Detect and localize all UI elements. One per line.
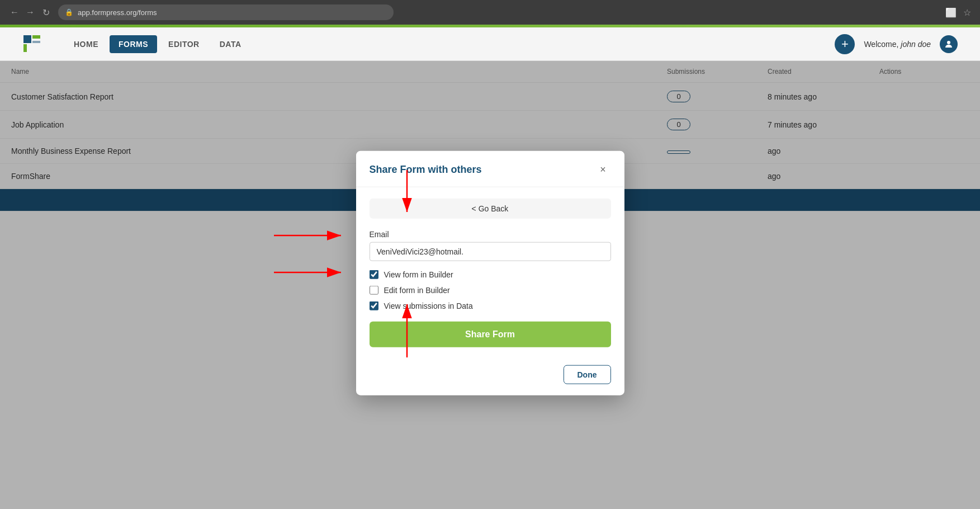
welcome-text: Welcome, john doe <box>864 40 931 49</box>
browser-right-icons: ⬜ ☆ <box>945 7 971 18</box>
modal-body: < Go Back Email View form in Builder Edi… <box>356 187 624 358</box>
back-button[interactable]: ← <box>9 7 20 18</box>
email-label: Email <box>370 229 611 238</box>
share-form-modal: Share Form with others × < Go Back Email… <box>356 150 624 395</box>
nav-home[interactable]: HOME <box>65 35 107 53</box>
logo <box>22 34 42 54</box>
lock-icon: 🔒 <box>65 8 73 16</box>
done-button[interactable]: Done <box>564 365 611 384</box>
star-icon: ☆ <box>963 7 971 18</box>
svg-rect-2 <box>23 44 27 52</box>
url-text: app.formpress.org/forms <box>78 8 157 17</box>
svg-rect-3 <box>32 41 40 43</box>
edit-form-label: Edit form in Builder <box>384 285 450 294</box>
browser-chrome: ← → ↻ 🔒 app.formpress.org/forms ⬜ ☆ <box>0 0 980 25</box>
email-input[interactable] <box>370 242 611 261</box>
nav-data[interactable]: DATA <box>211 35 250 53</box>
modal-title: Share Form with others <box>370 164 482 176</box>
svg-rect-1 <box>32 35 40 39</box>
nav-forms[interactable]: FORMS <box>110 35 157 53</box>
main-nav: HOME FORMS EDITOR DATA <box>65 35 250 53</box>
nav-editor[interactable]: EDITOR <box>159 35 209 53</box>
edit-form-checkbox[interactable] <box>370 285 378 294</box>
view-form-checkbox-row: View form in Builder <box>370 270 611 279</box>
share-form-button[interactable]: Share Form <box>370 321 611 347</box>
logo-icon <box>22 34 42 54</box>
go-back-button[interactable]: < Go Back <box>370 198 611 218</box>
view-submissions-label: View submissions in Data <box>384 301 473 310</box>
address-bar[interactable]: 🔒 app.formpress.org/forms <box>58 4 394 20</box>
view-submissions-checkbox[interactable] <box>370 301 378 310</box>
modal-close-button[interactable]: × <box>595 162 611 177</box>
refresh-button[interactable]: ↻ <box>40 7 51 18</box>
modal-footer: Done <box>356 358 624 395</box>
avatar[interactable] <box>940 35 958 53</box>
forward-button[interactable]: → <box>25 7 36 18</box>
svg-point-4 <box>947 41 950 44</box>
top-nav: HOME FORMS EDITOR DATA + Welcome, john d… <box>0 27 980 61</box>
view-submissions-checkbox-row: View submissions in Data <box>370 301 611 310</box>
modal-header: Share Form with others × <box>356 150 624 187</box>
view-form-label: View form in Builder <box>384 270 453 279</box>
main-content: Name Submissions Created Actions Custome… <box>0 61 980 509</box>
browser-nav-buttons: ← → ↻ <box>9 7 51 18</box>
edit-form-checkbox-row: Edit form in Builder <box>370 285 611 294</box>
add-button[interactable]: + <box>835 34 855 54</box>
svg-rect-0 <box>23 35 31 43</box>
cast-icon: ⬜ <box>945 7 957 18</box>
view-form-checkbox[interactable] <box>370 270 378 279</box>
nav-right: + Welcome, john doe <box>835 34 958 54</box>
